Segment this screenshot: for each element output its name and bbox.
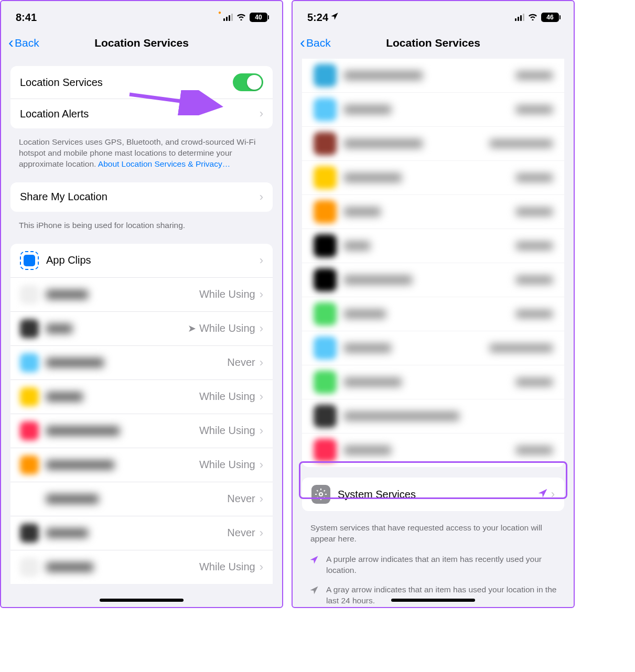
- app-row[interactable]: [302, 127, 564, 161]
- app-permission: While Using: [199, 322, 255, 334]
- chevron-right-icon: ›: [260, 560, 263, 574]
- location-services-row[interactable]: Location Services: [10, 66, 273, 99]
- chevron-right-icon: ›: [551, 487, 555, 501]
- back-label: Back: [306, 37, 331, 49]
- chevron-right-icon: ›: [260, 190, 263, 204]
- home-indicator: [391, 599, 475, 602]
- app-row[interactable]: While Using ›: [10, 448, 273, 482]
- system-services-group: System Services ›: [302, 478, 564, 511]
- chevron-right-icon: ›: [260, 458, 263, 472]
- app-permission: While Using: [199, 459, 255, 471]
- app-permission: Never: [227, 493, 255, 505]
- share-my-location-row[interactable]: Share My Location ›: [10, 182, 273, 212]
- app-permission: While Using: [199, 425, 255, 437]
- location-alerts-row[interactable]: Location Alerts ›: [10, 99, 273, 128]
- app-permission: While Using: [199, 391, 255, 403]
- status-bar: 5:24 46: [293, 1, 574, 29]
- app-row[interactable]: Never ›: [10, 482, 273, 516]
- app-name-blurred: [46, 392, 83, 402]
- app-icon: [20, 387, 39, 406]
- left-screenshot: 8:41 ● 40 ‹ Back Location Services Locat…: [0, 0, 283, 608]
- app-row[interactable]: [302, 93, 564, 127]
- app-name-blurred: [46, 358, 104, 367]
- chevron-right-icon: ›: [260, 424, 263, 438]
- chevron-right-icon: ›: [260, 390, 263, 404]
- app-row[interactable]: While Using ›: [10, 380, 273, 414]
- app-row[interactable]: Never ›: [10, 516, 273, 550]
- app-permission: Never: [227, 356, 255, 368]
- location-toggle-group: Location Services Location Alerts ›: [10, 66, 273, 128]
- app-icon: [20, 456, 39, 474]
- app-row[interactable]: While Using ›: [10, 278, 273, 312]
- svg-point-1: [319, 493, 322, 496]
- status-time: 5:24: [307, 12, 328, 24]
- right-screenshot: 5:24 46 ‹ Back Location Services: [292, 0, 575, 608]
- apps-list-group: App Clips › While Using › ➤ While Using …: [10, 244, 273, 584]
- system-services-label: System Services: [338, 489, 537, 501]
- wifi-icon: [236, 12, 246, 23]
- system-services-footer: System services that have requested acce…: [293, 515, 574, 550]
- location-arrow-icon: [309, 555, 319, 567]
- chevron-right-icon: ›: [260, 254, 263, 267]
- location-services-toggle[interactable]: [233, 73, 263, 91]
- chevron-left-icon: ‹: [8, 35, 14, 50]
- app-row[interactable]: [302, 399, 564, 433]
- app-icon: [20, 524, 39, 543]
- cellular-signal-icon: [223, 14, 233, 21]
- app-row[interactable]: [302, 331, 564, 365]
- app-permission: Never: [227, 527, 255, 539]
- app-row[interactable]: [302, 365, 564, 399]
- app-row[interactable]: Never ›: [10, 346, 273, 380]
- app-permission: While Using: [199, 561, 255, 573]
- chevron-right-icon: ›: [260, 322, 263, 335]
- back-label: Back: [15, 37, 39, 49]
- page-title: Location Services: [293, 37, 574, 49]
- chevron-right-icon: ›: [260, 526, 263, 540]
- cellular-signal-icon: [515, 14, 524, 21]
- about-privacy-link[interactable]: About Location Services & Privacy…: [98, 159, 230, 168]
- page-title: Location Services: [1, 37, 282, 49]
- app-clips-label: App Clips: [46, 254, 260, 266]
- chevron-right-icon: ›: [260, 288, 263, 301]
- location-arrow-icon: [537, 488, 548, 501]
- app-icon: [20, 558, 39, 577]
- app-row[interactable]: [302, 433, 564, 467]
- app-row[interactable]: [302, 263, 564, 297]
- chevron-right-icon: ›: [260, 492, 263, 506]
- blurred-apps-list: [302, 59, 564, 467]
- app-icon: [20, 421, 39, 440]
- nav-header: ‹ Back Location Services: [293, 29, 574, 59]
- app-row[interactable]: [302, 195, 564, 229]
- location-alerts-label: Location Alerts: [20, 108, 260, 120]
- status-bar: 8:41 ● 40: [1, 1, 282, 29]
- chevron-left-icon: ‹: [300, 35, 305, 50]
- location-services-label: Location Services: [20, 77, 233, 89]
- back-button[interactable]: ‹ Back: [300, 36, 331, 50]
- share-location-group: Share My Location ›: [10, 182, 273, 212]
- app-icon: [20, 353, 39, 372]
- status-time: 8:41: [16, 12, 37, 24]
- legend-gray: A gray arrow indicates that an item has …: [293, 580, 574, 608]
- location-arrow-icon: [309, 586, 319, 598]
- app-row[interactable]: [302, 297, 564, 331]
- app-clips-icon: [20, 251, 39, 270]
- location-services-footer: Location Services uses GPS, Bluetooth, a…: [1, 133, 282, 175]
- system-services-row[interactable]: System Services ›: [302, 478, 564, 511]
- app-row[interactable]: ➤ While Using ›: [10, 312, 273, 346]
- app-icon: [20, 319, 39, 338]
- app-row[interactable]: [302, 161, 564, 195]
- app-name-blurred: [46, 460, 114, 470]
- app-name-blurred: [46, 528, 88, 538]
- app-icon: [20, 285, 39, 304]
- app-row[interactable]: While Using ›: [10, 550, 273, 584]
- app-row[interactable]: [302, 59, 564, 93]
- app-clips-row[interactable]: App Clips ›: [10, 244, 273, 278]
- legend-purple: A purple arrow indicates that an item ha…: [293, 550, 574, 580]
- gear-icon: [311, 485, 330, 504]
- location-arrow-icon: ➤: [188, 322, 196, 334]
- back-button[interactable]: ‹ Back: [8, 36, 39, 50]
- share-location-footer: This iPhone is being used for location s…: [1, 216, 282, 236]
- app-icon: [20, 490, 39, 508]
- app-row[interactable]: While Using ›: [10, 414, 273, 448]
- app-row[interactable]: [302, 229, 564, 263]
